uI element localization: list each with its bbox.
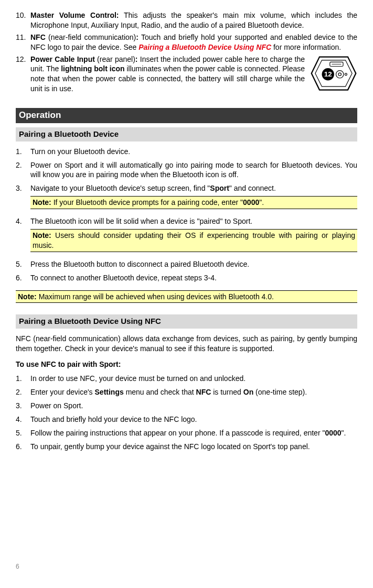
item-body: NFC (near-field communication): Touch an… (30, 32, 357, 52)
step-text: Power on Sport and it will automatically… (30, 160, 357, 180)
item-title: Power Cable Input (30, 55, 95, 63)
pairing-bt-heading: Pairing a Bluetooth Device (16, 127, 357, 141)
step-4: Touch and briefly hold your device to th… (16, 415, 357, 424)
item-number: 11. (16, 32, 30, 52)
lightning-bolt-text: lightning bolt icon (61, 64, 124, 73)
bt-pairing-steps: Turn on your Bluetooth device. Power on … (16, 147, 357, 283)
step-text: Enter your device's Settings menu and ch… (30, 387, 357, 397)
settings-label: Settings (95, 388, 124, 396)
feature-12: 12. Power Cable Input (rear panel): Inse… (16, 55, 357, 95)
item-body: Power Cable Input (rear panel): Insert t… (30, 55, 305, 95)
sport-name: Sport (210, 184, 229, 192)
operation-heading: Operation (16, 108, 357, 123)
step-6: To connect to another Bluetooth device, … (16, 273, 357, 283)
feature-11: 11. NFC (near-field communication): Touc… (16, 32, 357, 52)
nfc-label: NFC (196, 388, 211, 396)
item-paren: (rear panel) (95, 55, 135, 63)
step-3: Navigate to your Bluetooth device's setu… (16, 183, 357, 213)
feature-10: 10. Master Volume Control: This adjusts … (16, 10, 357, 30)
svg-text:12: 12 (324, 70, 332, 78)
note-label: Note: (33, 198, 51, 206)
nfc-pairing-steps: In order to use NFC, your device must be… (16, 374, 357, 451)
step-text: Navigate to your Bluetooth device's setu… (30, 183, 357, 193)
nfc-subheading: To use NFC to pair with Sport: (16, 360, 357, 369)
note-update-os: Note: Users should consider updating the… (30, 229, 357, 252)
on-label: On (243, 388, 253, 396)
step-text: Power on Sport. (30, 401, 357, 411)
step-2: Enter your device's Settings menu and ch… (16, 387, 357, 397)
step-5: Follow the pairing instructions that app… (16, 428, 357, 438)
page-number: 6 (16, 563, 19, 570)
note-label: Note: (18, 292, 37, 301)
item-paren: (near-field communication) (46, 33, 136, 41)
step-1: In order to use NFC, your device must be… (16, 374, 357, 384)
step-1: Turn on your Bluetooth device. (16, 147, 357, 157)
rear-panel-icon: 12 (310, 55, 357, 92)
note-label: Note: (33, 231, 51, 239)
note-pairing-code: Note: If your Bluetooth device prompts f… (30, 196, 357, 209)
item-number: 12. (16, 55, 30, 95)
step-5: Press the Bluetooth button to disconnect… (16, 259, 357, 269)
item-title: Master Volume Control: (30, 11, 119, 19)
top-features-list: 10. Master Volume Control: This adjusts … (16, 10, 357, 94)
step-text: In order to use NFC, your device must be… (30, 374, 357, 384)
nfc-intro-text: NFC (near-field communication) allows da… (16, 334, 357, 354)
step-text: Turn on your Bluetooth device. (30, 147, 357, 157)
step-text: To unpair, gently bump your device again… (30, 442, 357, 452)
step-text: Follow the pairing instructions that app… (30, 428, 357, 438)
step-text: Touch and briefly hold your device to th… (30, 415, 357, 424)
step-2: Power on Sport and it will automatically… (16, 160, 357, 180)
item-title: NFC (30, 33, 46, 41)
step-3: Power on Sport. (16, 401, 357, 411)
item-body: Master Volume Control: This adjusts the … (30, 10, 357, 30)
pairing-nfc-heading: Pairing a Bluetooth Device Using NFC (16, 314, 357, 328)
step-text: The Bluetooth icon will be lit solid whe… (30, 216, 357, 226)
power-port-diagram: 12 (310, 55, 357, 95)
step-4: The Bluetooth icon will be lit solid whe… (16, 216, 357, 256)
step-text: Press the Bluetooth button to disconnect… (30, 259, 357, 269)
note-bt-range: Note: Maximum range will be achieved whe… (16, 290, 357, 303)
item-text-2: for more information. (271, 43, 341, 51)
code-0000: 0000 (243, 198, 259, 206)
step-text: To connect to another Bluetooth device, … (30, 273, 357, 283)
step-6: To unpair, gently bump your device again… (16, 442, 357, 452)
nfc-crossref-link[interactable]: Pairing a Bluetooth Device Using NFC (138, 43, 271, 51)
code-0000: 0000 (325, 429, 341, 437)
item-number: 10. (16, 10, 30, 30)
